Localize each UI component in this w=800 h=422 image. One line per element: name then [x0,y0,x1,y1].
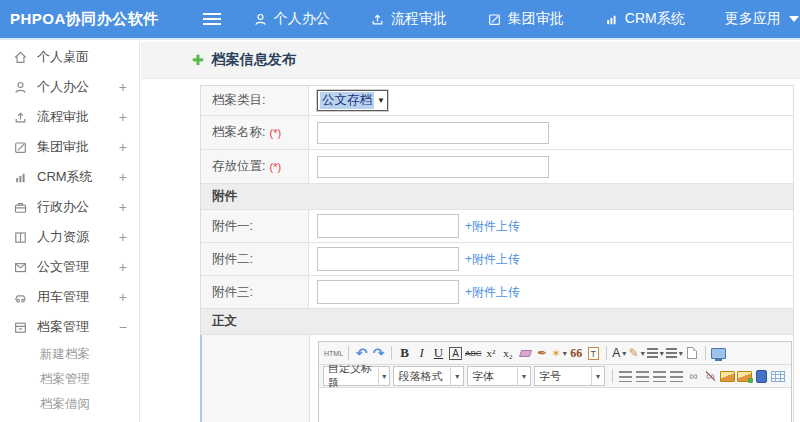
eraser-button[interactable] [518,344,533,363]
remove-link-button[interactable]: ∞ [703,367,718,386]
sidebar-item-label: 流程审批 [37,108,119,126]
sidebar-subitem-archive-management[interactable]: 档案管理 [0,367,139,392]
sidebar-item-admin-office[interactable]: 行政办公 + [0,192,139,222]
sidebar-item-crm-system[interactable]: CRM系统 + [0,162,139,192]
select-value: 自定义标题 [328,365,375,388]
sidebar-item-archive-management[interactable]: 档案管理 − [0,312,139,342]
storage-location-input[interactable] [317,156,549,178]
align-right-button[interactable] [652,367,667,386]
app-logo[interactable]: PHPOA协同办公软件 [0,10,159,29]
border-text-button[interactable]: A [449,347,462,360]
expand-plus-icon[interactable]: + [119,109,127,125]
sidebar-item-label: CRM系统 [37,168,119,186]
font-color-button[interactable]: A▾ [612,344,627,363]
archive-name-input[interactable] [317,122,549,144]
toolbar-separator [606,346,607,360]
unordered-list-icon [666,348,677,358]
attachment-2-label: 附件二: [201,243,309,275]
attachment-2-upload-link[interactable]: +附件上传 [465,251,520,268]
nav-crm-system[interactable]: CRM系统 [604,10,685,28]
sidebar-item-vehicle-management[interactable]: 用车管理 + [0,282,139,312]
ordered-list-button[interactable]: ▾ [647,344,664,363]
font-family-select[interactable]: 字体▾ [467,366,531,386]
superscript-button[interactable]: x² [484,344,499,363]
expand-plus-icon[interactable]: + [119,229,127,245]
nav-label: 流程审批 [391,10,447,28]
editor-content-area[interactable] [319,388,791,422]
align-left-button[interactable] [618,367,633,386]
sidebar-item-label: 行政办公 [37,198,119,216]
sidebar-item-human-resources[interactable]: 人力资源 + [0,222,139,252]
hamburger-menu-icon[interactable] [203,13,221,25]
expand-plus-icon[interactable]: + [119,199,127,215]
redo-button[interactable]: ↷ [371,344,386,363]
category-select[interactable]: 公文存档 ▼ [317,90,388,111]
sidebar: 个人桌面 个人办公 + 流程审批 + 集团审批 + CRM系统 + 行政办公 + [0,42,140,422]
upload-image-button[interactable] [737,367,752,386]
sidebar-item-workflow-approval[interactable]: 流程审批 + [0,102,139,132]
custom-title-select[interactable]: 自定义标题▾ [323,366,390,386]
blockquote-button[interactable]: 66 [569,344,584,363]
nav-group-approval[interactable]: 集团审批 [487,10,564,28]
attachment-2-input[interactable] [317,247,459,271]
attachment-1-input[interactable] [317,214,459,238]
new-document-button[interactable] [685,344,700,363]
add-icon: ✚ [192,53,204,67]
nav-personal-office[interactable]: 个人办公 [253,10,330,28]
paragraph-format-select[interactable]: 段落格式▾ [393,366,464,386]
rich-text-editor: HTML ↶ ↷ B I U A ABC x² x₂ [318,341,792,422]
insert-link-button[interactable]: ∞ [686,367,701,386]
attachment-3-upload-link[interactable]: +附件上传 [465,284,520,301]
unordered-list-button[interactable]: ▾ [666,344,683,363]
form-row-attachment-1: 附件一: +附件上传 [201,210,793,243]
body-label-cell [202,335,310,422]
sidebar-subitem-archive-borrow[interactable]: 档案借阅 [0,392,139,417]
sidebar-item-personal-desktop[interactable]: 个人桌面 [0,42,139,72]
sidebar-item-label: 个人办公 [37,78,119,96]
caret-down-icon [789,16,799,22]
caret-down-icon: ▾ [517,367,530,385]
strikethrough-button[interactable]: ABC [465,344,481,363]
attachment-3-input[interactable] [317,280,459,304]
nav-label: CRM系统 [625,10,685,28]
insert-image-button[interactable] [720,367,735,386]
bold-button[interactable]: B [397,344,412,363]
nav-more-apps[interactable]: 更多应用 [725,10,799,28]
highlight-button[interactable]: ✎▾ [629,344,645,363]
expand-plus-icon[interactable]: + [119,289,127,305]
sidebar-item-document-management[interactable]: 公文管理 + [0,252,139,282]
archive-name-label: 档案名称: [212,124,265,141]
expand-plus-icon[interactable]: + [119,79,127,95]
align-justify-button[interactable] [669,367,684,386]
expand-plus-icon[interactable]: + [119,139,127,155]
html-source-button[interactable]: HTML [324,344,343,363]
nav-workflow-approval[interactable]: 流程审批 [370,10,447,28]
insert-media-button[interactable] [754,367,769,386]
sidebar-item-label: 个人桌面 [37,48,127,66]
undo-button[interactable]: ↶ [354,344,369,363]
fullscreen-button[interactable] [711,344,726,363]
editor-toolbar-row-1: HTML ↶ ↷ B I U A ABC x² x₂ [319,342,791,365]
align-center-button[interactable] [635,367,650,386]
collapse-minus-icon[interactable]: − [119,319,127,335]
align-right-icon [653,371,666,382]
caret-down-icon: ▾ [563,349,567,358]
subscript-button[interactable]: x₂ [501,344,516,363]
underline-button[interactable]: U [431,344,446,363]
italic-button[interactable]: I [414,344,429,363]
font-size-select[interactable]: 字号▾ [534,366,605,386]
insert-table-button[interactable] [771,367,786,386]
sidebar-item-personal-office[interactable]: 个人办公 + [0,72,139,102]
expand-plus-icon[interactable]: + [119,259,127,275]
paste-as-text-button[interactable]: T [588,347,600,360]
sidebar-subitem-new-archive[interactable]: 新建档案 [0,342,139,367]
eraser-icon [518,350,531,357]
sidebar-item-group-approval[interactable]: 集团审批 + [0,132,139,162]
attachment-1-upload-link[interactable]: +附件上传 [465,218,520,235]
form-row-body: HTML ↶ ↷ B I U A ABC x² x₂ [200,335,793,422]
format-brush-button[interactable]: ✒ [535,344,550,363]
form-row-category: 档案类目: 公文存档 ▼ [201,86,793,116]
autoformat-button[interactable]: ✶▾ [552,344,567,363]
bar-chart-icon [13,170,28,185]
expand-plus-icon[interactable]: + [119,169,127,185]
